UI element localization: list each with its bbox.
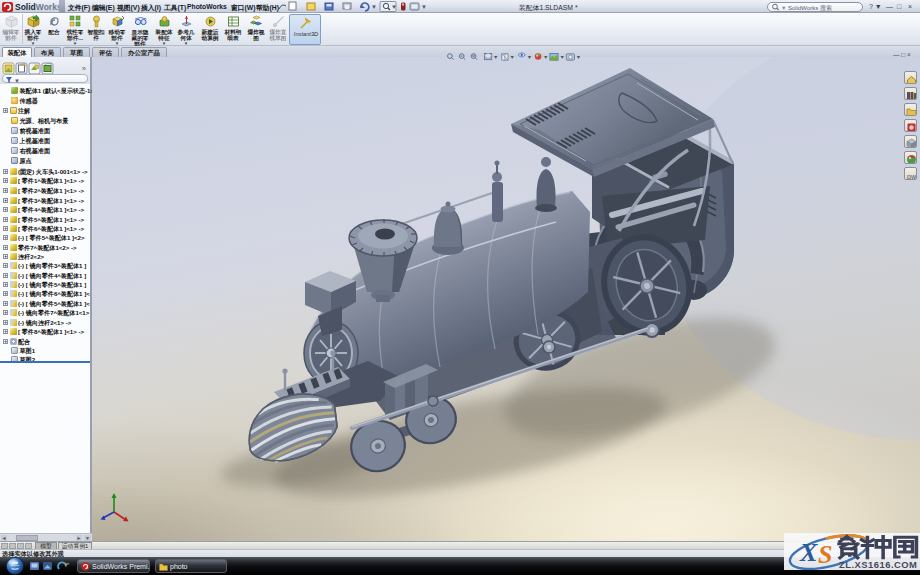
svg-text:X: X: [799, 538, 818, 567]
svg-text:pw: pw: [907, 173, 917, 181]
svg-text:▼: ▼: [576, 54, 581, 60]
svg-text:▼: ▼: [391, 4, 397, 10]
svg-text:▼: ▼: [14, 77, 20, 83]
svg-text:▼: ▼: [527, 54, 532, 60]
svg-text:▼: ▼: [543, 54, 548, 60]
svg-text:▼: ▼: [371, 4, 377, 10]
svg-text:▼: ▼: [509, 54, 514, 60]
svg-text:»: »: [82, 65, 86, 72]
svg-text:ZL.XS1616.COM: ZL.XS1616.COM: [839, 559, 917, 570]
svg-text:▼: ▼: [781, 5, 786, 11]
svg-text:▼: ▼: [559, 54, 564, 60]
svg-text:S: S: [818, 540, 832, 569]
svg-text:▼: ▼: [493, 54, 498, 60]
svg-text:SolidWorks 搜索: SolidWorks 搜索: [788, 4, 832, 11]
svg-text:▼: ▼: [421, 4, 427, 10]
